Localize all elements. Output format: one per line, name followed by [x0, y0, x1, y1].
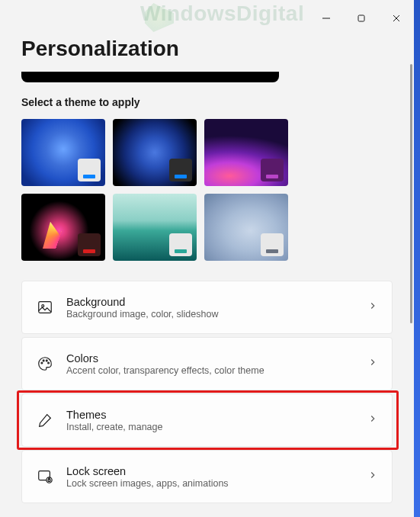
close-button[interactable]	[379, 5, 414, 32]
theme-tile-sunrise[interactable]	[113, 194, 197, 261]
svg-point-5	[42, 305, 44, 307]
theme-tile-glow[interactable]	[204, 119, 288, 186]
lock-screen-icon	[36, 467, 54, 486]
theme-mini-preview	[78, 159, 101, 181]
svg-point-9	[48, 362, 50, 364]
theme-tile-windows-dark[interactable]	[113, 119, 197, 186]
settings-item-title: Lock screen	[66, 465, 355, 477]
chevron-right-icon	[367, 300, 378, 314]
current-theme-preview-cropped	[21, 72, 279, 82]
scrollbar-thumb[interactable]	[410, 64, 412, 323]
settings-list: Background Background image, color, slid…	[21, 281, 393, 503]
theme-tile-captured-motion[interactable]	[21, 194, 105, 261]
page-title: Personalization	[21, 37, 393, 61]
settings-item-background[interactable]: Background Background image, color, slid…	[21, 281, 393, 334]
palette-icon	[36, 355, 54, 373]
svg-point-6	[41, 362, 43, 364]
chevron-right-icon	[367, 470, 378, 483]
settings-item-lock-screen[interactable]: Lock screen Lock screen images, apps, an…	[21, 450, 393, 503]
settings-item-subtitle: Lock screen images, apps, animations	[66, 478, 355, 489]
theme-section-label: Select a theme to apply	[21, 96, 393, 108]
settings-item-colors[interactable]: Colors Accent color, transparency effect…	[21, 337, 393, 390]
content-area: Personalization Select a theme to apply	[0, 37, 414, 517]
settings-item-title: Colors	[66, 352, 355, 364]
settings-window: WindowsDigital Personalization Select a …	[0, 0, 414, 517]
settings-item-text: Background Background image, color, slid…	[66, 296, 355, 320]
settings-item-text: Lock screen Lock screen images, apps, an…	[66, 465, 355, 489]
theme-tile-windows-light[interactable]	[21, 119, 105, 186]
chevron-right-icon	[367, 413, 378, 427]
svg-point-8	[46, 360, 47, 361]
theme-mini-preview	[78, 233, 101, 256]
chevron-right-icon	[367, 357, 378, 371]
minimize-icon	[322, 14, 331, 23]
close-icon	[392, 14, 401, 23]
picture-icon	[36, 298, 54, 316]
theme-accent-swatch	[266, 249, 278, 253]
themes-grid	[21, 119, 393, 261]
theme-accent-swatch	[175, 249, 187, 253]
settings-item-subtitle: Accent color, transparency effects, colo…	[66, 365, 355, 376]
theme-mini-preview	[261, 159, 284, 181]
settings-item-title: Background	[66, 296, 355, 308]
window-titlebar	[0, 0, 414, 37]
theme-mini-preview	[261, 233, 284, 256]
settings-item-subtitle: Install, create, manage	[66, 422, 355, 432]
settings-item-title: Themes	[66, 409, 355, 421]
minimize-button[interactable]	[309, 5, 344, 32]
brush-icon	[36, 411, 54, 429]
settings-item-themes-wrapper: Themes Install, create, manage	[21, 393, 393, 447]
theme-accent-swatch	[83, 249, 95, 253]
settings-item-text: Themes Install, create, manage	[66, 409, 355, 432]
maximize-button[interactable]	[344, 5, 379, 32]
theme-accent-swatch	[83, 175, 95, 178]
settings-item-subtitle: Background image, color, slideshow	[66, 309, 355, 320]
theme-tile-flow[interactable]	[204, 194, 288, 261]
settings-item-text: Colors Accent color, transparency effect…	[66, 352, 355, 376]
theme-mini-preview	[169, 159, 192, 181]
theme-accent-swatch	[175, 175, 187, 178]
svg-rect-1	[358, 15, 364, 21]
theme-mini-preview	[169, 233, 192, 256]
svg-point-7	[43, 360, 44, 361]
settings-item-themes[interactable]: Themes Install, create, manage	[21, 393, 393, 447]
svg-rect-4	[39, 302, 52, 313]
theme-accent-swatch	[266, 175, 278, 178]
maximize-icon	[357, 14, 366, 23]
